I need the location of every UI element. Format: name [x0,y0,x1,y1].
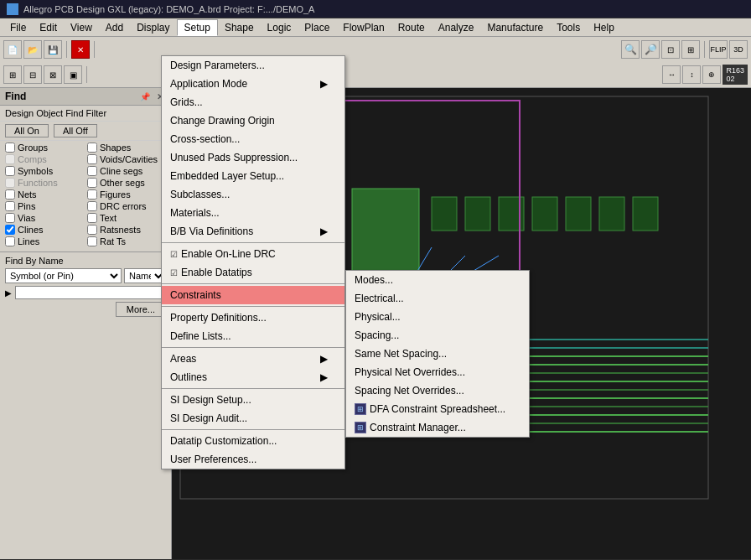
menu-logic[interactable]: Logic [261,20,298,35]
menu-subclasses[interactable]: Subclasses... [162,185,344,204]
checkboxes-grid: GroupsShapesCompsVoids/CavitiesSymbolsCl… [0,141,171,248]
menu-grids[interactable]: Grids... [162,93,344,111]
find-name-select[interactable]: Name [124,268,166,283]
sep1 [162,242,344,243]
checkbox-groups[interactable] [5,143,15,153]
menu-application-mode[interactable]: Application Mode ▶ [162,75,344,93]
svg-rect-6 [465,197,490,231]
toolbar-row-1: 📄 📂 💾 ✕ 🔍 🔎 ⊡ ⊞ FLIP 3D [0,37,751,62]
menu-display[interactable]: Display [130,20,176,35]
menu-cross-section[interactable]: Cross-section... [162,130,344,148]
menu-areas[interactable]: Areas ▶ [162,350,344,368]
checkbox-cline-segs[interactable] [87,166,97,176]
menu-view[interactable]: View [64,20,99,35]
sep4 [86,66,87,83]
menu-outlines[interactable]: Outlines ▶ [162,368,344,386]
submenu-spacing[interactable]: Spacing... [346,326,529,345]
menu-online-drc[interactable]: ☑ Enable On-Line DRC [162,245,344,263]
menu-datatip-customization[interactable]: Datatip Customization... [162,432,344,450]
checkbox-text[interactable] [87,213,97,223]
menu-analyze[interactable]: Analyze [432,20,481,35]
tb2-right1[interactable]: ↔ [662,65,681,84]
dfa-icon: ⊞ [355,403,366,415]
checkbox-voids/cavities[interactable] [87,154,97,164]
find-pin-icon[interactable]: 📌 [139,91,151,102]
menu-datatips[interactable]: ☑ Enable Datatips [162,263,344,282]
3d-btn[interactable]: 3D [729,40,748,59]
tb2-btn4[interactable]: ▣ [64,65,82,84]
menu-unused-pads[interactable]: Unused Pads Suppression... [162,148,344,167]
open-btn[interactable]: 📂 [23,40,42,59]
menu-edit[interactable]: Edit [33,20,64,35]
zoom-fit-btn[interactable]: ⊡ [661,40,680,59]
menu-place[interactable]: Place [298,20,336,35]
cross-btn[interactable]: ✕ [71,40,90,59]
submenu-electrical[interactable]: Electrical... [346,289,529,308]
arrow-icon-areas: ▶ [320,353,328,365]
menu-bb-via[interactable]: B/B Via Definitions ▶ [162,222,344,241]
all-on-btn[interactable]: All On [5,124,49,137]
menu-add[interactable]: Add [99,20,130,35]
menu-help[interactable]: Help [587,20,621,35]
checkbox-item-ratsnests: Ratsnests [87,225,166,235]
zoom-out-btn[interactable]: 🔎 [641,40,660,59]
checkbox-symbols[interactable] [5,166,15,176]
submenu-physical[interactable]: Physical... [346,308,529,326]
tb2-btn1[interactable]: ⊞ [3,65,22,84]
zoom-in-btn[interactable]: 🔍 [621,40,640,59]
sep5 [162,388,344,389]
menu-route[interactable]: Route [391,20,432,35]
checkbox-lines[interactable] [5,236,15,246]
find-name-input[interactable] [15,286,166,299]
checkbox-item-voids/cavities: Voids/Cavities [87,154,166,164]
tb2-btn3[interactable]: ⊠ [44,65,62,84]
menu-si-design-setup[interactable]: SI Design Setup... [162,391,344,409]
all-off-btn[interactable]: All Off [54,124,97,137]
checkbox-ratsnests[interactable] [87,225,97,235]
tb2-right2[interactable]: ↕ [682,65,701,84]
checkbox-clines[interactable] [5,225,15,235]
menu-materials[interactable]: Materials... [162,204,344,222]
menu-si-design-audit[interactable]: SI Design Audit... [162,409,344,428]
checkbox-functions[interactable] [5,178,15,188]
sep2 [94,41,95,58]
menu-bar: File Edit View Add Display Setup Shape L… [0,18,751,37]
submenu-same-net-spacing[interactable]: Same Net Spacing... [346,345,529,363]
checkbox-figures[interactable] [87,189,97,200]
menu-change-drawing-origin[interactable]: Change Drawing Origin [162,111,344,130]
checkbox-rat-ts[interactable] [87,236,97,246]
menu-user-preferences[interactable]: User Preferences... [162,450,344,469]
submenu-dfa-spreadsheet[interactable]: ⊞ DFA Constraint Spreadsheet... [346,400,529,418]
svg-rect-8 [532,197,557,231]
checkbox-pins[interactable] [5,201,15,211]
menu-embedded-layer[interactable]: Embedded Layer Setup... [162,167,344,185]
menu-design-parameters[interactable]: Design Parameters... [162,56,344,75]
new-btn[interactable]: 📄 [3,40,22,59]
flip-btn[interactable]: FLIP [709,40,728,59]
menu-constraints[interactable]: Constraints [162,286,344,304]
menu-shape[interactable]: Shape [218,20,261,35]
checkbox-nets[interactable] [5,189,15,200]
zoom-sel-btn[interactable]: ⊞ [681,40,700,59]
menu-file[interactable]: File [3,20,33,35]
menu-define-lists[interactable]: Define Lists... [162,327,344,345]
checkbox-other-segs[interactable] [87,178,97,188]
save-btn[interactable]: 💾 [44,40,62,59]
submenu-constraint-manager[interactable]: ⊞ Constraint Manager... [346,418,529,437]
menu-flowplan[interactable]: FlowPlan [336,20,391,35]
menu-property-definitions[interactable]: Property Definitions... [162,309,344,327]
checkbox-drc-errors[interactable] [87,201,97,211]
find-type-select[interactable]: Symbol (or Pin) [5,268,122,283]
menu-manufacture[interactable]: Manufacture [480,20,550,35]
tb2-btn2[interactable]: ⊟ [23,65,42,84]
more-btn[interactable]: More... [116,302,166,317]
menu-tools[interactable]: Tools [550,20,587,35]
submenu-physical-net-overrides[interactable]: Physical Net Overrides... [346,363,529,381]
tb2-right3[interactable]: ⊕ [702,65,721,84]
submenu-modes[interactable]: Modes... [346,271,529,289]
menu-setup[interactable]: Setup [177,19,218,36]
submenu-spacing-net-overrides[interactable]: Spacing Net Overrides... [346,381,529,400]
checkbox-shapes[interactable] [87,143,97,153]
checkbox-comps[interactable] [5,154,15,164]
checkbox-vias[interactable] [5,213,15,223]
